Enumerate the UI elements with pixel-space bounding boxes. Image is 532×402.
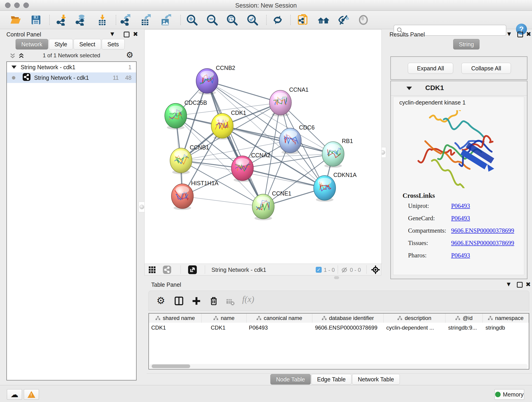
memory-button[interactable]: Memory <box>494 389 524 400</box>
table-cell: CDK1 <box>149 323 202 333</box>
zoom-in-icon[interactable] <box>186 14 198 26</box>
crosslink-value-link[interactable]: P06493 <box>451 252 470 259</box>
selected-nodes-checkbox-icon[interactable]: ✓ <box>316 267 322 273</box>
hide-panel-eye-icon[interactable] <box>337 14 349 26</box>
network-node-CDK1[interactable]: CDK1 <box>211 109 246 140</box>
selected-counts: 1 - 0 <box>324 267 335 273</box>
show-columns-icon[interactable] <box>174 296 184 307</box>
crosslink-value-link[interactable]: P06493 <box>451 215 470 222</box>
collapse-all-tree-icon[interactable] <box>9 52 17 61</box>
network-share-icon[interactable] <box>163 266 171 275</box>
panel-float-icon[interactable] <box>517 282 523 288</box>
panel-close-icon[interactable]: ✖ <box>526 31 531 38</box>
crosslinks-list: Uniprot:P06493GeneCard:P06493Compartment… <box>408 202 518 264</box>
panel-close-icon[interactable]: ✖ <box>526 281 531 288</box>
network-node-CDC25B[interactable]: CDC25B <box>165 99 207 129</box>
tab-network-table[interactable]: Network Table <box>352 374 400 385</box>
column-header-canonicalname[interactable]: canonical name <box>247 313 312 323</box>
column-header-name[interactable]: name <box>202 313 247 323</box>
network-node-HIST1H1A[interactable]: HIST1H1A <box>171 180 219 210</box>
tab-node-table[interactable]: Node Table <box>270 374 311 385</box>
table-cell: stringdb <box>483 323 529 333</box>
zoom-fit-icon[interactable] <box>226 14 238 26</box>
table-cell: cyclin-dependent ... <box>384 323 445 333</box>
export-image-icon[interactable] <box>160 14 172 26</box>
show-panel-eye-icon[interactable] <box>357 14 369 26</box>
crosshair-icon[interactable] <box>371 265 380 275</box>
zoom-selected-icon[interactable] <box>247 14 259 26</box>
entry-name: CDK1 <box>425 84 444 92</box>
network-graph[interactable]: CCNB2CCNA1CDC25BCDK1CDC6RB1CCNB1CCNA2CDK… <box>145 30 381 264</box>
crosslink-value-link[interactable]: 9606.ENSP00000378699 <box>451 227 514 234</box>
tab-select[interactable]: Select <box>74 39 101 50</box>
network-node-CDC6[interactable]: CDC6 <box>279 124 315 154</box>
table-tabs: Node TableEdge TableNetwork Table <box>270 374 400 385</box>
panel-close-icon[interactable]: ✖ <box>133 31 138 38</box>
export-table-icon[interactable] <box>139 14 152 26</box>
column-header-description[interactable]: description <box>384 313 445 323</box>
network-options-gear-icon[interactable]: ⚙ <box>126 50 133 60</box>
add-column-icon[interactable] <box>191 296 201 307</box>
tab-sets[interactable]: Sets <box>102 39 125 50</box>
import-database-icon[interactable] <box>75 14 87 26</box>
panel-menu-icon[interactable]: ▼ <box>507 281 510 287</box>
import-table-icon[interactable] <box>96 14 108 26</box>
control-panel-tabs: NetworkStyleSelectSets <box>16 39 125 50</box>
network-name: String Network - cdk1 <box>34 75 89 81</box>
refresh-icon[interactable] <box>272 14 284 26</box>
panel-menu-icon[interactable]: ▼ <box>507 31 511 37</box>
tab-style[interactable]: Style <box>49 39 73 50</box>
table-horizontal-scrollbar[interactable] <box>149 364 528 369</box>
cloud-button[interactable]: ☁ <box>7 389 22 400</box>
left-splitter-handle[interactable] <box>139 202 145 212</box>
tab-string[interactable]: String <box>453 39 480 50</box>
title-bar: Session: New Session <box>0 0 532 11</box>
save-session-icon[interactable] <box>30 14 42 26</box>
status-bar: ☁ ! <box>0 385 532 402</box>
network-tree: String Network - cdk1 1 String Network -… <box>6 61 137 380</box>
expand-all-button[interactable]: Expand All <box>408 63 453 74</box>
open-session-icon[interactable] <box>10 14 22 26</box>
export-network-icon[interactable] <box>120 14 132 26</box>
tree-expander-icon[interactable] <box>12 65 17 69</box>
tab-network[interactable]: Network <box>16 39 48 50</box>
network-node-CCNA1[interactable]: CCNA1 <box>269 86 309 116</box>
panel-float-icon[interactable] <box>517 32 523 37</box>
scrollbar-thumb[interactable] <box>152 364 190 368</box>
column-header-sharedname[interactable]: shared name <box>149 313 202 323</box>
birds-eye-view-icon[interactable] <box>188 265 197 275</box>
column-header-namespace[interactable]: namespace <box>483 313 529 323</box>
node-table[interactable]: shared namenamecanonical namedatabase id… <box>148 313 529 370</box>
network-collection-row[interactable]: String Network - cdk1 1 <box>7 62 136 72</box>
panel-menu-icon[interactable]: ▼ <box>110 31 114 37</box>
warnings-button[interactable]: ! <box>24 389 39 400</box>
network-node-CDKN1A[interactable]: CDKN1A <box>314 172 357 202</box>
table-row[interactable]: CDK1CDK1P064939606.ENSP00000378699cyclin… <box>149 323 529 333</box>
node-label: CDK1 <box>231 109 246 116</box>
network-node-CCNB2[interactable]: CCNB2 <box>196 65 235 95</box>
horizontal-splitter-handle[interactable] <box>334 276 339 279</box>
share-document-icon[interactable] <box>297 14 309 26</box>
grid-view-icon[interactable] <box>148 266 156 274</box>
zoom-out-icon[interactable] <box>206 14 218 26</box>
column-header-id[interactable]: @id <box>445 313 483 323</box>
network-node-RB1[interactable]: RB1 <box>322 138 353 168</box>
expand-all-tree-icon[interactable] <box>17 52 25 61</box>
panel-float-icon[interactable] <box>124 32 129 37</box>
tab-edge-table[interactable]: Edge Table <box>311 374 351 385</box>
network-canvas[interactable]: CCNB2CCNA1CDC25BCDK1CDC6RB1CCNB1CCNA2CDK… <box>144 29 382 264</box>
table-cell: CDK1 <box>202 323 247 333</box>
column-header-databaseidentifier[interactable]: database identifier <box>312 313 384 323</box>
table-settings-gear-icon[interactable]: ⚙ <box>157 295 165 306</box>
string-network-badge-icon <box>23 73 31 82</box>
section-expander-icon[interactable] <box>406 87 412 90</box>
home-pages-icon[interactable] <box>317 14 329 26</box>
collapse-all-button[interactable]: Collapse All <box>462 63 511 74</box>
network-row[interactable]: String Network - cdk1 11 48 <box>7 72 136 83</box>
import-network-icon[interactable] <box>56 14 68 26</box>
crosslink-label: Uniprot: <box>408 202 451 210</box>
crosslink-value-link[interactable]: P06493 <box>451 202 470 210</box>
delete-column-trash-icon[interactable] <box>209 296 219 307</box>
crosslink-value-link[interactable]: 9606.ENSP00000378699 <box>451 240 514 247</box>
network-selected-status: 1 of 1 Network selected <box>28 52 115 59</box>
